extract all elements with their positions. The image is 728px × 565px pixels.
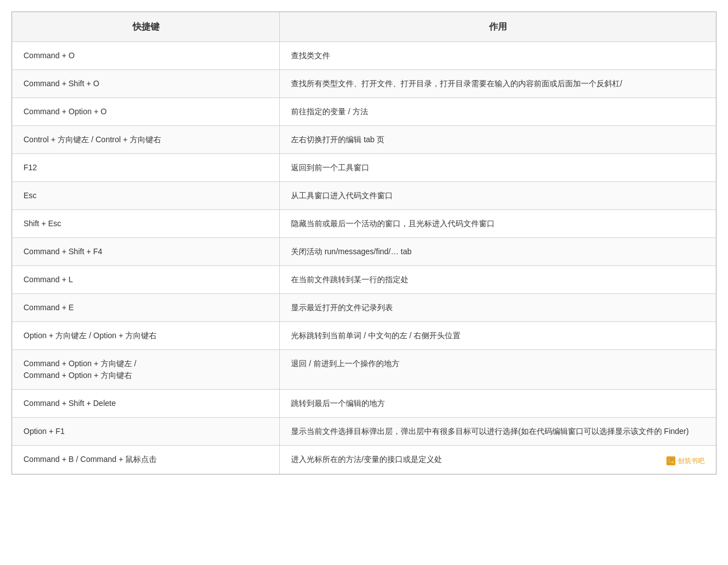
shortcut-cell: Command + B / Command + 鼠标点击 [12, 446, 280, 474]
description-cell: 前往指定的变量 / 方法 [280, 98, 716, 126]
table-row: Command + L在当前文件跳转到某一行的指定处 [12, 266, 716, 294]
table-row: Shift + Esc隐藏当前或最后一个活动的窗口，且光标进入代码文件窗口 [12, 210, 716, 238]
shortcut-cell: Command + L [12, 266, 280, 294]
table-row: Control + 方向键左 / Control + 方向键右左右切换打开的编辑… [12, 126, 716, 154]
watermark-text: 创筑书吧 [678, 456, 704, 466]
description-cell: 进入光标所在的方法/变量的接口或是定义处✍创筑书吧 [280, 446, 716, 474]
shortcut-cell: Command + Shift + O [12, 70, 280, 98]
description-cell: 关闭活动 run/messages/find/… tab [280, 238, 716, 266]
shortcut-cell: Command + Shift + F4 [12, 238, 280, 266]
description-cell: 从工具窗口进入代码文件窗口 [280, 182, 716, 210]
description-cell: 显示最近打开的文件记录列表 [280, 294, 716, 322]
shortcut-table: 快捷键 作用 Command + O查找类文件Command + Shift +… [12, 12, 716, 474]
table-row: Command + Option + O前往指定的变量 / 方法 [12, 98, 716, 126]
description-cell: 跳转到最后一个编辑的地方 [280, 390, 716, 418]
watermark-icon: ✍ [666, 456, 675, 465]
header-shortcut: 快捷键 [12, 12, 280, 42]
description-cell: 查找所有类型文件、打开文件、打开目录，打开目录需要在输入的内容前面或后面加一个反… [280, 70, 716, 98]
table-row: Command + Shift + F4关闭活动 run/messages/fi… [12, 238, 716, 266]
shortcut-cell: Shift + Esc [12, 210, 280, 238]
shortcut-cell: Command + O [12, 42, 280, 70]
shortcut-cell: Esc [12, 182, 280, 210]
table-row: Option + 方向键左 / Option + 方向键右光标跳转到当前单词 /… [12, 322, 716, 350]
shortcut-cell: Command + Option + O [12, 98, 280, 126]
description-cell: 返回到前一个工具窗口 [280, 154, 716, 182]
shortcut-table-container: 快捷键 作用 Command + O查找类文件Command + Shift +… [11, 11, 717, 475]
table-row: Command + Option + 方向键左 / Command + Opti… [12, 350, 716, 390]
table-body: Command + O查找类文件Command + Shift + O查找所有类… [12, 42, 716, 474]
shortcut-cell: Command + Option + 方向键左 / Command + Opti… [12, 350, 280, 390]
description-cell: 退回 / 前进到上一个操作的地方 [280, 350, 716, 390]
description-cell: 查找类文件 [280, 42, 716, 70]
description-cell: 隐藏当前或最后一个活动的窗口，且光标进入代码文件窗口 [280, 210, 716, 238]
shortcut-cell: F12 [12, 154, 280, 182]
shortcut-cell: Option + 方向键左 / Option + 方向键右 [12, 322, 280, 350]
table-row: F12返回到前一个工具窗口 [12, 154, 716, 182]
table-row: Command + E显示最近打开的文件记录列表 [12, 294, 716, 322]
shortcut-cell: Option + F1 [12, 418, 280, 446]
table-row: Command + B / Command + 鼠标点击进入光标所在的方法/变量… [12, 446, 716, 474]
table-row: Esc从工具窗口进入代码文件窗口 [12, 182, 716, 210]
shortcut-cell: Command + E [12, 294, 280, 322]
watermark: ✍创筑书吧 [666, 456, 704, 466]
table-row: Command + Shift + O查找所有类型文件、打开文件、打开目录，打开… [12, 70, 716, 98]
header-description: 作用 [280, 12, 716, 42]
table-row: Command + Shift + Delete跳转到最后一个编辑的地方 [12, 390, 716, 418]
shortcut-cell: Command + Shift + Delete [12, 390, 280, 418]
description-cell: 在当前文件跳转到某一行的指定处 [280, 266, 716, 294]
table-row: Command + O查找类文件 [12, 42, 716, 70]
table-header-row: 快捷键 作用 [12, 12, 716, 42]
description-cell: 显示当前文件选择目标弹出层，弹出层中有很多目标可以进行选择(如在代码编辑窗口可以… [280, 418, 716, 446]
shortcut-cell: Control + 方向键左 / Control + 方向键右 [12, 126, 280, 154]
description-cell: 光标跳转到当前单词 / 中文句的左 / 右侧开头位置 [280, 322, 716, 350]
description-cell: 左右切换打开的编辑 tab 页 [280, 126, 716, 154]
table-row: Option + F1显示当前文件选择目标弹出层，弹出层中有很多目标可以进行选择… [12, 418, 716, 446]
